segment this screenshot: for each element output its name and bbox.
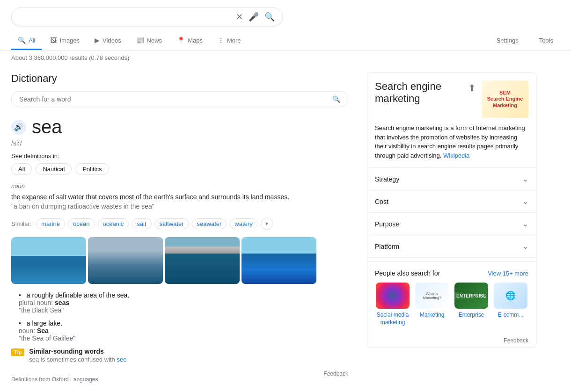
tab-tools[interactable]: Tools [533,32,560,50]
pas-label-enterprise: Enterprise [459,312,484,319]
similar-label: Similar: [11,220,31,227]
tab-more[interactable]: ⋮ More [211,32,248,50]
similar-word-2[interactable]: oceanic [98,218,129,229]
dictionary-title: Dictionary [11,73,348,85]
similar-word-4[interactable]: saltwater [154,218,189,229]
tab-news-icon: 📰 [136,36,144,44]
accordion-purpose[interactable]: Purpose ⌄ [367,213,536,235]
phonetic: /siː/ [11,139,348,147]
pas-item-social[interactable]: Social media marketing [375,283,410,326]
kc-image[interactable]: SEMSearch EngineMarketing [482,80,528,118]
part-of-speech: noun [11,182,348,189]
tip-badge: Tip [11,348,24,356]
tab-news[interactable]: 📰 News [130,32,169,50]
similar-word-0[interactable]: marine [36,218,65,229]
similar-word-6[interactable]: watery [229,218,257,229]
kc-title: Search engine marketing [375,80,462,105]
left-column: Dictionary 🔍 🔊 sea /siː/ See definitions… [11,65,348,383]
sub-def-1-text: a roughly definable area of the sea. [27,291,130,299]
tab-maps[interactable]: 📍 Maps [170,32,209,50]
primary-definition-text: the expanse of salt water that covers mo… [11,193,348,201]
sub-def-2-noun-note: noun: [19,327,37,334]
pas-thumb-marketing: What is Marketing? [415,283,449,309]
accordion-platform[interactable]: Platform ⌄ [367,235,536,258]
sub-def-1-plural-word: seas [55,299,69,306]
feedback-button[interactable]: Feedback [323,370,348,383]
search-submit-icon[interactable]: 🔍 [264,12,275,22]
search-input[interactable]: SEA [19,13,236,21]
word-row: 🔊 sea [11,116,348,138]
tab-more-icon: ⋮ [218,36,224,44]
pas-grid: Social media marketing What is Marketing… [375,283,528,326]
definitions-source: Definitions from Oxford Languages [11,376,98,383]
clear-icon[interactable]: ✕ [236,12,243,22]
similar-word-1[interactable]: ocean [68,218,95,229]
def-tag-nautical[interactable]: Nautical [36,163,72,175]
pas-thumb-enterprise: ENTERPRISE [454,283,488,309]
def-tag-politics[interactable]: Politics [75,163,109,175]
similar-word-5[interactable]: seawater [192,218,227,229]
settings-tools-area: Settings Tools [490,32,560,50]
view-more-link[interactable]: View 15+ more [488,270,528,277]
accordion-strategy[interactable]: Strategy ⌄ [367,168,536,190]
kc-share-icon[interactable]: ⬆ [468,82,476,94]
chevron-cost-icon: ⌄ [522,197,528,206]
def-tag-all[interactable]: All [11,163,32,175]
kc-feedback[interactable]: Feedback [367,334,536,348]
pas-item-enterprise[interactable]: ENTERPRISE Enterprise [454,283,489,326]
sub-def-2-text: a large lake. [27,319,62,327]
similar-word-3[interactable]: salt [132,218,151,229]
tab-all-label: All [29,37,35,44]
search-header: SEA ✕ 🎤 🔍 🔍 All 🖼 Images ▶ Videos 📰 News… [0,0,571,51]
dictionary-search-input[interactable] [19,95,332,103]
pas-title: People also search for [375,269,440,277]
tip-desc-text: sea is sometimes confused with [29,356,117,363]
see-definitions-label: See definitions in: [11,152,348,160]
pas-label-marketing: Marketing [420,312,445,319]
accordion-cost[interactable]: Cost ⌄ [367,190,536,213]
pas-item-marketing[interactable]: What is Marketing? Marketing [414,283,450,326]
accordion-cost-label: Cost [375,198,388,205]
similar-words-row: Similar: marine ocean oceanic salt saltw… [11,218,348,230]
tab-news-label: News [147,37,162,44]
sea-image-1[interactable] [11,237,86,284]
sea-image-3[interactable] [165,237,240,284]
tab-videos-icon: ▶ [95,36,100,44]
tab-images[interactable]: 🖼 Images [44,32,86,50]
chevron-platform-icon: ⌄ [522,242,528,251]
search-tabs: 🔍 All 🖼 Images ▶ Videos 📰 News 📍 Maps ⋮ … [11,32,560,50]
search-bar-icons: ✕ 🎤 🔍 [236,12,275,22]
right-column: Search engine marketing ⬆ SEMSearch Engi… [367,73,536,383]
tab-all-icon: 🔍 [18,36,26,44]
sea-image-4[interactable] [242,237,316,284]
kc-description: Search engine marketing is a form of Int… [367,123,536,168]
primary-example: "a ban on dumping radioactive wastes in … [11,203,348,210]
sea-image-2[interactable] [88,237,163,284]
kc-header: Search engine marketing ⬆ SEMSearch Engi… [367,73,536,123]
speaker-button[interactable]: 🔊 [11,120,26,135]
accordion-platform-label: Platform [375,243,399,250]
word-display: sea [32,116,62,138]
dictionary-search-box[interactable]: 🔍 [11,91,348,107]
sem-image-content: SEMSearch EngineMarketing [482,80,528,118]
microphone-icon[interactable]: 🎤 [249,12,259,22]
tab-settings[interactable]: Settings [490,32,525,50]
accordion-strategy-label: Strategy [375,175,399,183]
tab-all[interactable]: 🔍 All [11,32,42,50]
result-count: About 3,360,000,000 results (0.78 second… [0,51,571,65]
kc-wiki-link[interactable]: Wikipedia [443,152,469,159]
definition-tags: All Nautical Politics [11,163,348,175]
sub-definition-1: a roughly definable area of the sea. plu… [19,291,348,314]
sub-def-1-example: "the Black Sea" [19,306,64,314]
tools-label: Tools [539,37,553,44]
knowledge-card: Search engine marketing ⬆ SEMSearch Engi… [367,73,536,348]
accordion-purpose-label: Purpose [375,220,399,228]
settings-label: Settings [497,37,519,44]
tab-images-label: Images [59,37,80,44]
tip-link[interactable]: see [117,356,126,363]
people-also-search-section: People also search for View 15+ more Soc… [367,261,536,334]
similar-more-button[interactable]: ▾ [261,218,273,230]
tab-videos[interactable]: ▶ Videos [88,32,128,50]
dictionary-search-icon[interactable]: 🔍 [332,95,340,103]
pas-item-ecomm[interactable]: 🌐 E-comm... [493,283,528,326]
